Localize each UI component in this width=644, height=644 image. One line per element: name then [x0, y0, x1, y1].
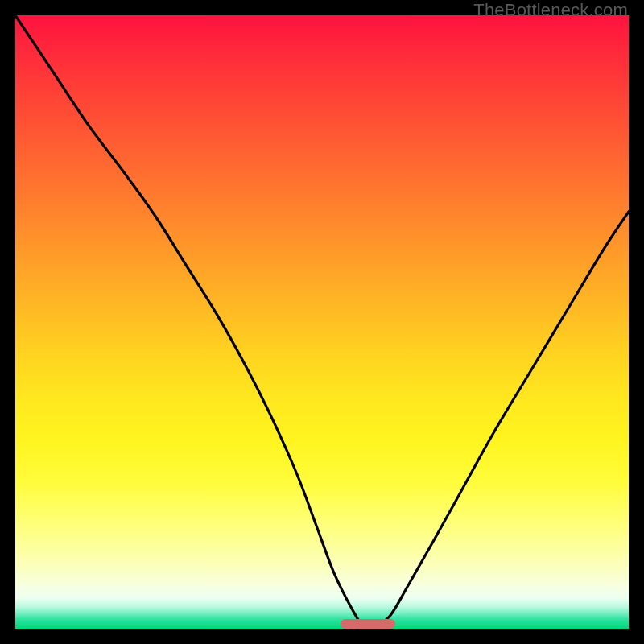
bottleneck-curve: [15, 15, 629, 629]
plot-area: [15, 15, 629, 629]
chart-frame: TheBottleneck.com: [0, 0, 644, 644]
optimal-range-marker: [341, 619, 396, 629]
watermark-text: TheBottleneck.com: [473, 0, 628, 21]
